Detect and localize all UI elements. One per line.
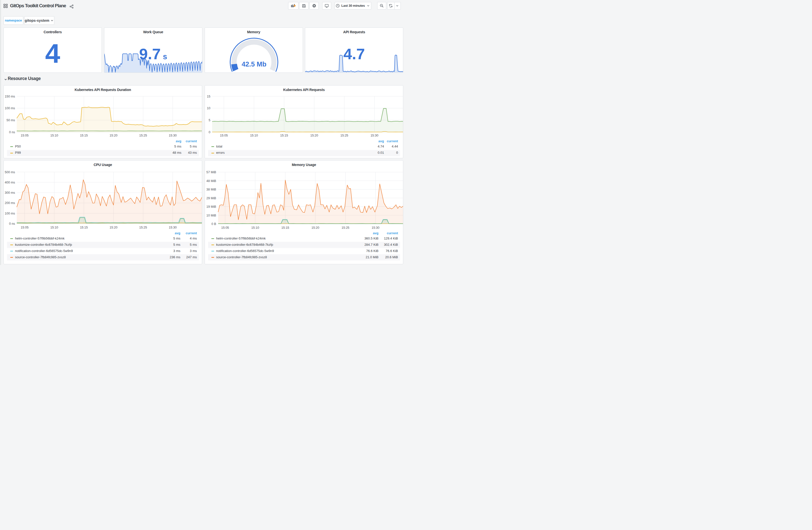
svg-text:42.5 Mb: 42.5 Mb [242,60,266,68]
